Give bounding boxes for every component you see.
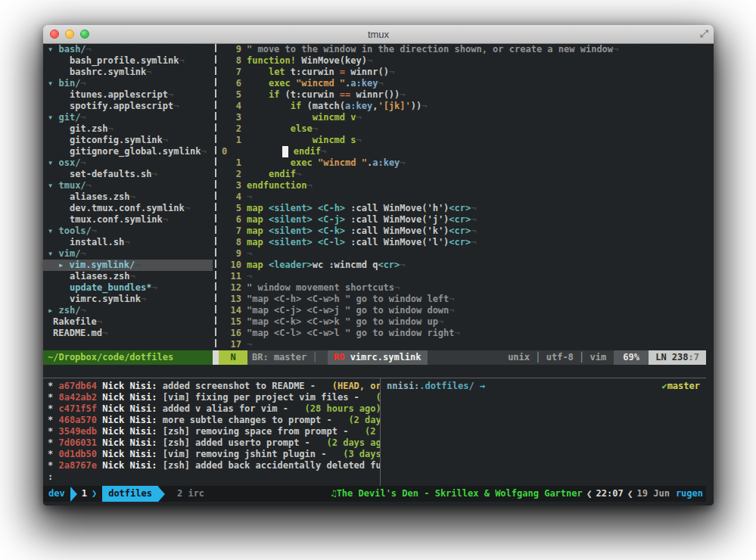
tree-item[interactable]: aliases.zsh¬ bbox=[43, 191, 213, 203]
line-number-gutter: 4 bbox=[219, 101, 247, 112]
tmux-window-index[interactable]: 1 bbox=[77, 488, 92, 499]
close-button[interactable] bbox=[50, 30, 59, 39]
shell-prompt[interactable]: nnisi:.dotfiles/ → bbox=[387, 381, 485, 392]
code-segment: "wincmd " bbox=[318, 157, 367, 169]
code-line[interactable]: 5map <silent> <C-h> :call WinMove('h')<c… bbox=[219, 203, 706, 214]
code-line[interactable]: 12" window movement shortcuts¬ bbox=[219, 282, 706, 294]
code-line[interactable]: 9" move to the window in the direction s… bbox=[219, 44, 706, 55]
tmux-window-tab-irc[interactable]: 2 irc bbox=[177, 488, 204, 499]
code-line[interactable]: 10map <leader>wc :wincmd q<cr>¬ bbox=[219, 260, 706, 271]
git-log-line: * 2a8767e Nick Nisi: [zsh] added back ac… bbox=[43, 460, 380, 471]
code-line[interactable]: 0 endif¬ bbox=[219, 146, 706, 157]
tree-item[interactable]: ▾ osx/¬ bbox=[43, 157, 213, 169]
code-line[interactable]: 3endfunction¬ bbox=[219, 180, 706, 191]
code-segment: <cr> bbox=[449, 226, 471, 237]
tree-item[interactable]: gitconfig.symlink¬ bbox=[43, 135, 213, 146]
pager-prompt[interactable]: : bbox=[43, 471, 380, 483]
tree-item[interactable]: tmux.conf.symlink¬ bbox=[43, 214, 213, 226]
code-line[interactable]: 15"map <C-k> <C-w>k " go to window up¬ bbox=[219, 316, 706, 328]
editor-pane[interactable]: 9" move to the window in the direction s… bbox=[219, 44, 706, 350]
tree-item[interactable]: bashrc.symlink¬ bbox=[43, 67, 213, 78]
code-segment bbox=[263, 237, 269, 248]
code-line[interactable]: 3 wincmd v¬ bbox=[219, 112, 706, 123]
git-log-pane[interactable]: * a67db64 Nick Nisi: added screenshot to… bbox=[43, 378, 381, 486]
title-bar[interactable]: tmux ⤢ bbox=[43, 25, 714, 44]
code-line[interactable]: 16"map <C-l> <C-w>l " go to window right… bbox=[219, 328, 706, 339]
zoom-button[interactable] bbox=[80, 30, 89, 39]
tree-item[interactable]: gitignore_global.symlink¬ bbox=[43, 146, 213, 157]
line-number-gutter: 11 bbox=[219, 271, 247, 282]
code-line[interactable]: 8map <silent> <C-l> :call WinMove('l')<c… bbox=[219, 237, 706, 248]
code-segment: "map <C-h> <C-w>h " go to window left bbox=[247, 294, 449, 305]
tree-item[interactable]: ▾ bin/¬ bbox=[43, 78, 213, 89]
check-icon: ✔ bbox=[661, 381, 667, 391]
tree-item[interactable]: git.zsh¬ bbox=[43, 123, 213, 135]
code-segment: <C-h> bbox=[318, 203, 345, 214]
tree-item[interactable]: README.md¬ bbox=[43, 328, 213, 339]
line-number-gutter: 5 bbox=[219, 203, 247, 214]
code-line[interactable]: 13"map <C-h> <C-w>h " go to window left¬ bbox=[219, 294, 706, 305]
code-line[interactable]: 11¬ bbox=[219, 271, 706, 282]
shell-pane[interactable]: nnisi:.dotfiles/ → ✔master bbox=[381, 378, 706, 486]
code-segment: ¬ bbox=[389, 67, 394, 78]
log-segment: * bbox=[48, 392, 58, 403]
code-line[interactable]: 1 exec "wincmd ".a:key¬ bbox=[219, 157, 706, 169]
code-line[interactable]: 7map <silent> <C-k> :call WinMove('k')<c… bbox=[219, 226, 706, 237]
code-line[interactable]: 14"map <C-j> <C-w>j " go to window down¬ bbox=[219, 305, 706, 316]
code-line[interactable]: 9¬ bbox=[219, 248, 706, 260]
eol-marker: ¬ bbox=[151, 169, 157, 179]
code-segment bbox=[291, 78, 296, 89]
tree-item[interactable]: spotify.applescript¬ bbox=[43, 101, 213, 112]
resize-icon[interactable]: ⤢ bbox=[700, 27, 708, 40]
code-line[interactable]: 4 if (match(a:key,'[jk]'))¬ bbox=[219, 101, 706, 112]
code-segment bbox=[247, 101, 291, 112]
tree-item[interactable]: ▾ tools/¬ bbox=[43, 226, 213, 237]
tmux-session-name[interactable]: dev bbox=[48, 488, 65, 499]
mode-indicator: N bbox=[219, 350, 247, 365]
code-line[interactable]: 6map <silent> <C-j> :call WinMove('j')<c… bbox=[219, 214, 706, 226]
code-segment: map bbox=[247, 226, 263, 237]
code-segment: a:key bbox=[372, 157, 400, 169]
code-segment: function! bbox=[247, 55, 296, 67]
tmux-active-window-tab[interactable]: dotfiles bbox=[102, 486, 158, 502]
tree-item[interactable]: aliases.zsh¬ bbox=[43, 271, 213, 282]
tree-item[interactable]: install.sh¬ bbox=[43, 237, 213, 248]
tree-item[interactable]: ▾ bash/¬ bbox=[43, 44, 213, 55]
tree-item[interactable]: ▸ zsh/¬ bbox=[43, 305, 213, 316]
code-segment: ¬ bbox=[394, 282, 400, 294]
tree-item[interactable]: set-defaults.sh¬ bbox=[43, 169, 213, 180]
tree-item[interactable]: ▾ git/¬ bbox=[43, 112, 213, 123]
tree-item-label: tmux/ bbox=[58, 180, 86, 191]
code-line[interactable]: 5 if (t:curwin == winnr())¬ bbox=[219, 89, 706, 101]
prompt-arrow-icon: → bbox=[480, 381, 485, 391]
code-line[interactable]: 4¬ bbox=[219, 191, 706, 203]
tree-item[interactable]: update_bundles*¬ bbox=[43, 282, 213, 294]
code-segment: <cr> bbox=[449, 237, 471, 248]
chevron-open-icon: ▾ bbox=[48, 157, 58, 168]
log-segment: [zsh] added userto prompt - bbox=[157, 437, 327, 448]
code-line[interactable]: 7 let t:curwin = winnr()¬ bbox=[219, 67, 706, 78]
tree-item[interactable]: Rakefile¬ bbox=[43, 316, 213, 328]
tree-item[interactable]: ▾ tmux/¬ bbox=[43, 180, 213, 191]
tree-item-label: README.md bbox=[53, 328, 102, 338]
tree-item[interactable]: dev.tmux.conf.symlink¬ bbox=[43, 203, 213, 214]
git-log-line: * a67db64 Nick Nisi: added screenshot to… bbox=[43, 381, 380, 392]
code-line[interactable]: 2 else¬ bbox=[219, 123, 706, 135]
minimize-button[interactable] bbox=[65, 30, 74, 39]
code-line[interactable]: 1 wincmd s¬ bbox=[219, 135, 706, 146]
code-line[interactable]: 6 exec "wincmd ".a:key¬ bbox=[219, 78, 706, 89]
code-line[interactable]: 8function! WinMove(key)¬ bbox=[219, 55, 706, 67]
vim-commandline[interactable] bbox=[43, 365, 706, 378]
tree-item[interactable]: ▾ vim/¬ bbox=[43, 248, 213, 260]
tree-item-label: install.sh bbox=[70, 237, 124, 247]
tree-statusline-path: ~/Dropbox/code/dotfiles bbox=[43, 350, 213, 365]
vertical-split-handle[interactable] bbox=[213, 44, 219, 350]
tree-item[interactable]: vimrc.symlink¬ bbox=[43, 294, 213, 305]
line-number-gutter: 7 bbox=[219, 226, 247, 237]
code-line[interactable]: 17¬ bbox=[219, 339, 706, 350]
tmux-status-bar: dev 1 ❯ dotfiles 2 irc ♫ The Devil's Den… bbox=[43, 486, 706, 502]
tree-item[interactable]: ▸ vim.symlink/¬ bbox=[43, 260, 213, 271]
code-line[interactable]: 2 endif¬ bbox=[219, 169, 706, 180]
tree-item[interactable]: itunes.applescript¬ bbox=[43, 89, 213, 101]
tree-item[interactable]: bash_profile.symlink¬ bbox=[43, 55, 213, 67]
